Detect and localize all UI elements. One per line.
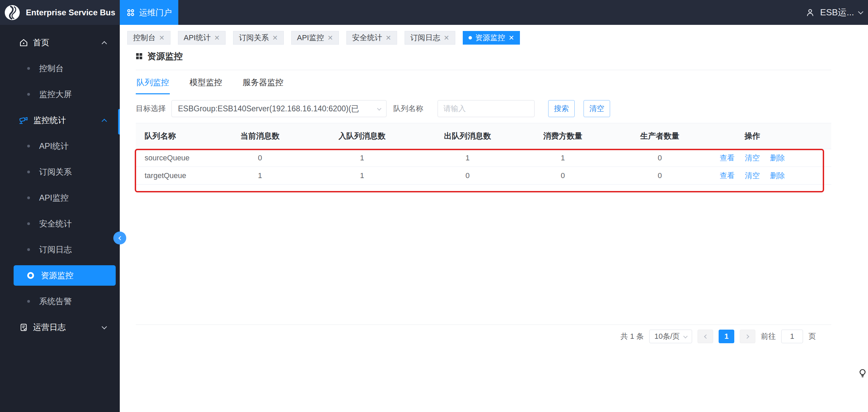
home-icon [19, 38, 28, 47]
sidebar-item-subscription-relations[interactable]: 订阅关系 [0, 159, 120, 185]
sidebar-item-label: API统计 [39, 141, 69, 152]
sidebar-item-monitor-stats[interactable]: 监控统计 [0, 107, 120, 133]
main-content: 控制台 API统计 订阅关系 API监控 安全统计 订阅日志 [120, 25, 868, 412]
sidebar: 首页 控制台 监控大屏 监控统计 API统计 [0, 25, 120, 412]
search-button[interactable]: 搜索 [548, 100, 575, 117]
target-select-value: ESBGroup:ESB140Server(192.168.16.140:620… [178, 104, 359, 114]
divider [136, 324, 831, 325]
bullet-ring-icon [27, 272, 34, 279]
tab-label: 安全统计 [352, 33, 382, 43]
sidebar-item-home[interactable]: 首页 [0, 30, 120, 56]
bullet-icon [27, 145, 30, 147]
sidebar-item-label: 订阅关系 [39, 167, 72, 177]
tab-resource-monitor[interactable]: 资源监控 [463, 31, 520, 45]
tab-subscription-logs[interactable]: 订阅日志 [405, 31, 455, 45]
sidebar-item-security-stats[interactable]: 安全统计 [0, 211, 120, 237]
bullet-icon [27, 171, 30, 173]
close-icon[interactable] [327, 34, 333, 41]
page-size-select[interactable]: 10条/页 [649, 330, 692, 343]
sidebar-item-label: 控制台 [39, 63, 64, 74]
active-dot-icon [469, 36, 472, 39]
tab-label: 控制台 [133, 33, 155, 43]
clear-button[interactable]: 清空 [584, 100, 610, 117]
sidebar-item-operation-logs[interactable]: 运营日志 [0, 314, 120, 340]
subtab-server-monitor[interactable]: 服务器监控 [242, 70, 284, 94]
user-name: ESB运... [820, 6, 854, 18]
cell-actions: 查看 清空 删除 [711, 149, 831, 167]
sidebar-item-console[interactable]: 控制台 [0, 56, 120, 81]
brand-title: Enterprise Service Bus [26, 8, 115, 17]
clear-queue-link[interactable]: 清空 [745, 153, 760, 163]
sidebar-item-label: 安全统计 [39, 218, 72, 229]
close-icon[interactable] [214, 34, 220, 41]
table-header-row: 队列名称 当前消息数 入队列消息数 出队列消息数 消费方数量 生产者数量 操作 [136, 123, 831, 149]
close-icon[interactable] [386, 34, 391, 41]
chevron-down-icon [102, 324, 107, 329]
page-unit-label: 页 [808, 331, 816, 342]
delete-link[interactable]: 删除 [770, 153, 785, 163]
tab-label: 订阅日志 [410, 33, 440, 43]
lightbulb-icon[interactable] [858, 368, 867, 379]
cell-consumer-count: 0 [517, 167, 609, 185]
bullet-icon [27, 300, 30, 303]
close-icon[interactable] [159, 34, 165, 41]
tab-security-stats[interactable]: 安全统计 [346, 31, 397, 45]
tab-console[interactable]: 控制台 [127, 31, 170, 45]
table-row[interactable]: targetQueue 1 1 0 0 0 查看 清空 删除 [136, 167, 831, 185]
sidebar-collapse-toggle[interactable] [113, 232, 126, 244]
chevron-down-icon [683, 334, 688, 338]
filter-bar: 目标选择 ESBGroup:ESB140Server(192.168.16.14… [136, 100, 831, 117]
page-number-button[interactable]: 1 [719, 330, 734, 343]
page-header: 资源监控 [136, 49, 831, 64]
sidebar-item-subscription-logs[interactable]: 订阅日志 [0, 237, 120, 263]
sidebar-item-api-monitor[interactable]: API监控 [0, 185, 120, 211]
subtab-model-monitor[interactable]: 模型监控 [189, 70, 223, 94]
close-icon[interactable] [509, 34, 514, 41]
user-menu[interactable]: ESB运... [805, 0, 868, 25]
table-row[interactable]: sourceQueue 0 1 1 1 0 查看 清空 删除 [136, 149, 831, 167]
tab-api-monitor[interactable]: API监控 [291, 31, 339, 45]
queue-name-label: 队列名称 [393, 104, 423, 114]
cell-current-msgs: 0 [214, 149, 306, 167]
target-select[interactable]: ESBGroup:ESB140Server(192.168.16.140:620… [171, 100, 387, 117]
sidebar-item-system-alerts[interactable]: 系统告警 [0, 288, 120, 314]
col-header-consumer-count: 消费方数量 [517, 123, 609, 149]
queue-table: 队列名称 当前消息数 入队列消息数 出队列消息数 消费方数量 生产者数量 操作 … [136, 123, 831, 185]
nav-item-ops-portal[interactable]: 运维门户 [120, 0, 178, 25]
col-header-queue-name: 队列名称 [136, 123, 214, 149]
col-header-enqueued-msgs: 入队列消息数 [306, 123, 418, 149]
view-link[interactable]: 查看 [720, 153, 735, 163]
open-tabs-bar: 控制台 API统计 订阅关系 API监控 安全统计 订阅日志 [127, 31, 831, 45]
log-document-icon [19, 323, 28, 332]
sidebar-item-api-stats[interactable]: API统计 [0, 133, 120, 159]
tab-label: 订阅关系 [239, 33, 269, 43]
tab-label: 资源监控 [475, 33, 505, 43]
goto-page-input[interactable] [781, 330, 803, 343]
close-icon[interactable] [444, 34, 449, 41]
chevron-left-icon [118, 236, 123, 240]
cell-enqueued-msgs: 1 [306, 167, 418, 185]
prev-page-button[interactable] [698, 330, 713, 343]
sidebar-item-label: 运营日志 [33, 322, 66, 333]
next-page-button[interactable] [740, 330, 755, 343]
tab-api-stats[interactable]: API统计 [178, 31, 226, 45]
close-icon[interactable] [272, 34, 278, 41]
sidebar-item-label: 首页 [33, 37, 49, 48]
cell-actions: 查看 清空 删除 [711, 167, 831, 185]
view-link[interactable]: 查看 [720, 171, 735, 181]
bullet-icon [27, 196, 30, 199]
cell-queue-name: sourceQueue [136, 149, 214, 167]
queue-name-input[interactable] [438, 100, 535, 117]
delete-link[interactable]: 删除 [770, 171, 785, 181]
goto-label: 前往 [761, 331, 776, 342]
tab-subscription-relations[interactable]: 订阅关系 [233, 31, 284, 45]
sidebar-item-monitor-screen[interactable]: 监控大屏 [0, 81, 120, 107]
col-header-producer-count: 生产者数量 [609, 123, 711, 149]
top-bar: Enterprise Service Bus 运维门户 ESB运... [0, 0, 868, 25]
sidebar-item-resource-monitor[interactable]: 资源监控 [14, 265, 116, 286]
target-select-label: 目标选择 [136, 104, 166, 114]
subtab-queue-monitor[interactable]: 队列监控 [136, 70, 170, 94]
cell-dequeued-msgs: 0 [418, 167, 517, 185]
col-header-dequeued-msgs: 出队列消息数 [418, 123, 517, 149]
clear-queue-link[interactable]: 清空 [745, 171, 760, 181]
